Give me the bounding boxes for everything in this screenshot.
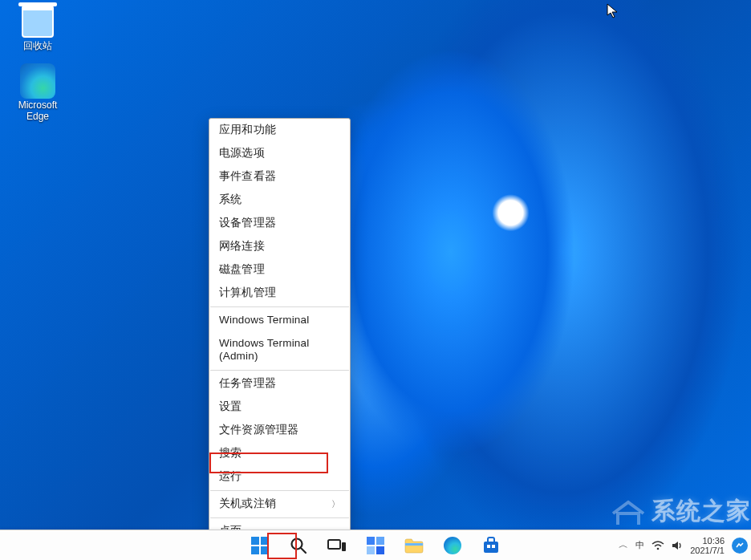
menu-windows-terminal[interactable]: Windows Terminal [209,309,350,332]
menu-settings[interactable]: 设置 [209,396,350,419]
edge-button[interactable] [442,535,463,556]
menu-file-explorer[interactable]: 文件资源管理器 [209,419,350,442]
widgets-icon [367,537,384,554]
menu-apps-features[interactable]: 应用和功能 [209,119,350,142]
search-icon [290,537,307,554]
tray-overflow-button[interactable]: ︿ [619,538,628,552]
menu-disk-management[interactable]: 磁盘管理 [209,258,350,282]
menu-search[interactable]: 搜索 [209,442,350,465]
menu-device-manager[interactable]: 设备管理器 [209,212,350,235]
clock-date: 2021/7/1 [690,546,725,555]
svg-rect-9 [376,537,384,545]
svg-rect-12 [405,543,423,546]
task-view-button[interactable] [327,535,347,556]
tray-ime[interactable]: 中 [635,539,644,551]
menu-separator [210,306,349,307]
svg-rect-3 [261,546,269,554]
menu-task-manager[interactable]: 任务管理器 [209,372,350,396]
svg-rect-15 [492,545,495,548]
menu-network-connections[interactable]: 网络连接 [209,235,350,258]
recycle-bin-label: 回收站 [8,40,67,51]
menu-run[interactable]: 运行 [209,465,350,489]
svg-line-5 [301,548,306,553]
desktop-icons: 回收站 Microsoft Edge [8,3,67,133]
svg-rect-1 [261,537,269,545]
menu-separator [210,490,349,491]
svg-rect-6 [328,540,340,549]
edge-icon [444,537,461,554]
recycle-bin-icon[interactable]: 回收站 [8,3,67,51]
windows-logo-icon [251,537,269,554]
wifi-icon[interactable] [652,541,664,550]
edge-icon[interactable]: Microsoft Edge [8,63,67,122]
file-explorer-button[interactable] [404,535,424,556]
svg-rect-7 [342,542,346,551]
wallpaper [0,0,751,560]
chevron-right-icon: 〉 [331,497,340,510]
menu-computer-management[interactable]: 计算机管理 [209,282,350,305]
tray-assist-button[interactable] [732,538,748,554]
svg-rect-11 [376,546,384,554]
volume-icon[interactable] [672,540,683,551]
taskbar-clock[interactable]: 10:36 2021/7/1 [690,536,725,555]
svg-rect-0 [251,537,259,545]
menu-system[interactable]: 系统 [209,189,350,212]
svg-point-16 [657,547,660,550]
taskbar: ︿ 中 10:36 2021/7/1 [0,530,751,560]
start-button[interactable] [250,535,270,556]
watermark: 系统之家 [610,495,751,528]
search-button[interactable] [288,535,309,556]
task-view-icon [327,538,347,554]
store-icon [482,537,500,554]
clock-time: 10:36 [690,536,725,546]
svg-rect-14 [487,545,490,548]
menu-event-viewer[interactable]: 事件查看器 [209,165,350,189]
menu-shutdown-signout[interactable]: 关机或注销〉 [209,493,350,516]
svg-rect-10 [367,546,375,554]
widgets-button[interactable] [365,535,386,556]
menu-windows-terminal-admin[interactable]: Windows Terminal (Admin) [209,332,350,368]
winx-context-menu: 应用和功能 电源选项 事件查看器 系统 设备管理器 网络连接 磁盘管理 计算机管… [209,118,351,544]
assist-icon [735,541,745,550]
menu-separator [210,517,349,518]
menu-power-options[interactable]: 电源选项 [209,142,350,165]
svg-rect-13 [484,542,498,553]
menu-separator [210,370,349,371]
store-button[interactable] [481,535,501,556]
edge-label: Microsoft Edge [8,99,67,122]
svg-rect-8 [367,537,375,545]
folder-icon [404,538,424,554]
svg-rect-2 [251,546,259,554]
watermark-text: 系统之家 [652,495,751,528]
